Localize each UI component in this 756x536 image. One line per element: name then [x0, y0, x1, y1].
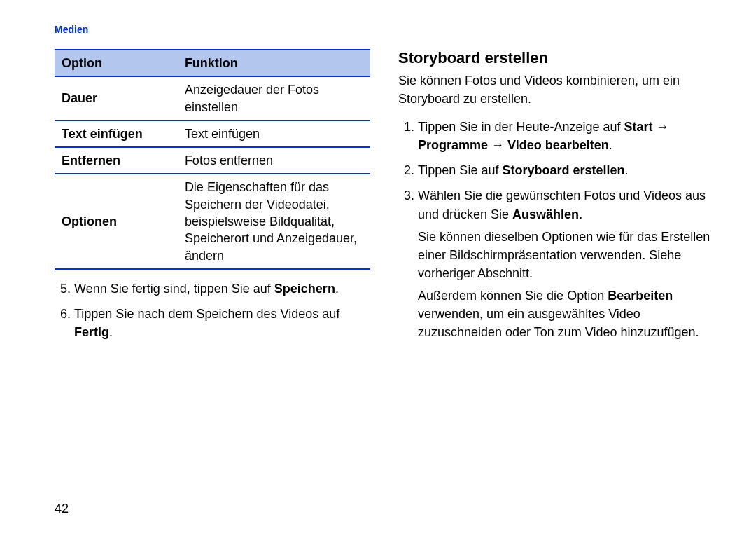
table-cell-key: Text einfügen: [55, 121, 178, 147]
table-cell-key: Dauer: [55, 76, 178, 121]
right-steps: Tippen Sie in der Heute-Anzeige auf Star…: [398, 118, 714, 341]
table-cell-val: Fotos entfernen: [178, 147, 370, 174]
step-text: Tippen Sie nach dem Speichern des Videos…: [74, 307, 340, 321]
step-subtext: Sie können dieselben Optionen wie für da…: [418, 228, 714, 282]
table-cell-key: Entfernen: [55, 147, 178, 174]
options-table: Option Funktion Dauer Anzeigedauer der F…: [55, 49, 370, 270]
page-number: 42: [55, 502, 69, 516]
page: Medien Option Funktion Dauer Anzeigedaue…: [0, 0, 756, 536]
table-cell-val: Anzeigedauer der Fotos einstellen: [178, 76, 370, 121]
left-steps: Wenn Sie fertig sind, tippen Sie auf Spe…: [55, 280, 370, 341]
step-subtext: Außerdem können Sie die Option Bearbeite…: [418, 287, 714, 341]
bold-term: Start: [624, 120, 653, 134]
step-text: Außerdem können Sie die Option: [418, 289, 608, 303]
step-text: .: [335, 282, 339, 296]
lead-paragraph: Sie können Fotos und Videos kombinieren,…: [398, 71, 714, 108]
arrow-icon: →: [491, 138, 504, 152]
step-text: Wenn Sie fertig sind, tippen Sie auf: [74, 282, 274, 296]
arrow-icon: →: [657, 120, 669, 134]
bold-term: Bearbeiten: [608, 289, 673, 303]
bold-term: Storyboard erstellen: [502, 163, 624, 177]
step-text: .: [609, 138, 612, 152]
bold-term: Auswählen: [512, 207, 579, 221]
step-1: Tippen Sie in der Heute-Anzeige auf Star…: [418, 118, 714, 154]
step-6: Tippen Sie nach dem Speichern des Videos…: [74, 305, 370, 341]
bold-term: Speichern: [274, 282, 335, 296]
table-row: Entfernen Fotos entfernen: [55, 147, 370, 174]
step-text: .: [624, 163, 628, 177]
step-3: Wählen Sie die gewünschten Fotos und Vid…: [418, 186, 714, 341]
step-text: Tippen Sie in der Heute-Anzeige auf: [418, 120, 624, 134]
table-cell-val: Die Eigenschaften für das Speichern der …: [178, 174, 370, 268]
running-head: Medien: [55, 24, 714, 35]
table-cell-val: Text einfügen: [178, 121, 370, 147]
step-2: Tippen Sie auf Storyboard erstellen.: [418, 161, 714, 179]
section-heading: Storyboard erstellen: [398, 49, 714, 67]
step-5: Wenn Sie fertig sind, tippen Sie auf Spe…: [74, 280, 370, 298]
table-header-function: Funktion: [178, 50, 370, 76]
bold-term: Video bearbeiten: [507, 138, 609, 152]
table-header-option: Option: [55, 50, 178, 76]
step-text: verwenden, um ein ausgewähltes Video zuz…: [418, 307, 699, 339]
table-row: Optionen Die Eigenschaften für das Speic…: [55, 174, 370, 268]
columns: Option Funktion Dauer Anzeigedauer der F…: [55, 49, 714, 348]
bold-term: Fertig: [74, 325, 109, 339]
right-column: Storyboard erstellen Sie können Fotos un…: [398, 49, 714, 348]
left-column: Option Funktion Dauer Anzeigedauer der F…: [55, 49, 370, 348]
step-text: Tippen Sie auf: [418, 163, 502, 177]
table-cell-key: Optionen: [55, 174, 178, 268]
step-text: .: [579, 207, 582, 221]
table-row: Text einfügen Text einfügen: [55, 121, 370, 147]
table-row: Dauer Anzeigedauer der Fotos einstellen: [55, 76, 370, 121]
bold-term: Programme: [418, 138, 488, 152]
step-text: .: [109, 325, 113, 339]
